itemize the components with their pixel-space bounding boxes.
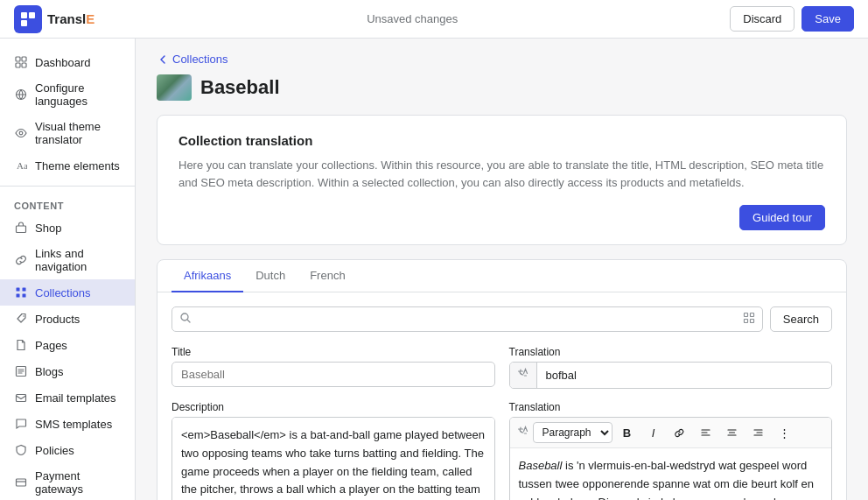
paragraph-select[interactable]: Paragraph xyxy=(533,422,612,443)
tab-afrikaans[interactable]: Afrikaans xyxy=(172,260,243,292)
content-area: Collections Baseball Collection translat… xyxy=(136,39,868,500)
sidebar-item-collections[interactable]: Collections xyxy=(0,279,135,306)
breadcrumb[interactable]: Collections xyxy=(157,53,847,66)
svg-rect-5 xyxy=(16,63,20,67)
title-field-group: Title xyxy=(172,346,495,389)
payment-icon xyxy=(14,475,28,489)
sidebar-item-label: Products xyxy=(35,313,80,326)
description-label: Description xyxy=(172,401,495,413)
sidebar-item-products[interactable]: Products xyxy=(0,306,135,332)
more-options-button[interactable]: ⋮ xyxy=(774,421,796,444)
sidebar-item-payment-gateways[interactable]: Payment gateways xyxy=(0,463,135,500)
link-icon xyxy=(14,253,28,267)
sidebar-item-dashboard[interactable]: Dashboard xyxy=(0,49,135,75)
sidebar-item-configure-languages[interactable]: Configure languages xyxy=(0,75,135,114)
svg-rect-25 xyxy=(744,320,747,323)
sidebar-item-visual-theme[interactable]: Visual theme translator xyxy=(0,114,135,152)
logo: TranslE xyxy=(14,5,94,33)
description-field-row: Description <em>Baseball</em> is a bat-a… xyxy=(172,401,832,500)
sidebar-item-policies[interactable]: Policies xyxy=(0,437,135,463)
sidebar-item-links-navigation[interactable]: Links and navigation xyxy=(0,241,135,279)
svg-rect-24 xyxy=(750,313,753,317)
title-input[interactable] xyxy=(172,362,495,387)
svg-point-8 xyxy=(19,131,23,135)
unsaved-changes-label: Unsaved changes xyxy=(367,12,458,25)
search-row: Search xyxy=(172,306,832,332)
description-field-group: Description <em>Baseball</em> is a bat-a… xyxy=(172,401,495,500)
sidebar-item-shop[interactable]: Shop xyxy=(0,215,135,241)
sidebar-item-label: Payment gateways xyxy=(35,469,121,496)
page-title: Baseball xyxy=(200,76,280,99)
svg-rect-18 xyxy=(17,479,26,486)
description-translation-content[interactable]: Baseball is 'n vlermuis-en-bal-wedstryd … xyxy=(510,448,832,500)
blog-icon xyxy=(14,364,28,378)
svg-rect-12 xyxy=(23,288,26,292)
mail-icon xyxy=(14,391,28,405)
search-wrapper xyxy=(172,306,763,332)
svg-point-15 xyxy=(23,315,24,317)
svg-rect-10 xyxy=(17,226,26,233)
sidebar-item-label: Shop xyxy=(35,222,61,235)
page-header: Baseball xyxy=(157,74,847,101)
svg-rect-23 xyxy=(744,313,747,317)
svg-rect-13 xyxy=(17,294,20,298)
align-center-button[interactable] xyxy=(721,421,744,444)
sidebar-item-email-templates[interactable]: Email templates xyxy=(0,384,135,411)
title-translation-input[interactable] xyxy=(537,363,832,387)
tab-french[interactable]: French xyxy=(298,260,357,292)
shield-icon xyxy=(14,443,28,457)
sms-icon xyxy=(14,417,28,431)
search-icon xyxy=(179,312,192,327)
description-textarea[interactable]: <em>Baseball</em> is a bat-and-ball game… xyxy=(172,417,495,500)
collection-thumbnail xyxy=(157,74,192,101)
italic-button[interactable]: I xyxy=(642,421,665,444)
sidebar-item-theme-elements[interactable]: Aa Theme elements xyxy=(0,152,135,179)
shop-icon xyxy=(14,221,28,235)
guided-tour-button[interactable]: Guided tour xyxy=(739,205,825,230)
title-translation-wrapper xyxy=(509,362,833,389)
logo-icon xyxy=(14,5,42,33)
title-translation-label: Translation xyxy=(509,346,833,358)
svg-rect-11 xyxy=(17,288,20,292)
info-card: Collection translation Here you can tran… xyxy=(157,115,847,245)
sidebar-item-sms-templates[interactable]: SMS templates xyxy=(0,411,135,437)
file-icon xyxy=(14,338,28,352)
sidebar: Dashboard Configure languages Visual the… xyxy=(0,39,136,500)
content-section-label: CONTENT xyxy=(0,194,135,215)
sidebar-item-label: Links and navigation xyxy=(35,247,121,273)
title-translation-group: Translation xyxy=(509,346,833,389)
search-button[interactable]: Search xyxy=(770,306,832,332)
align-left-button[interactable] xyxy=(695,421,718,444)
sidebar-item-label: Dashboard xyxy=(35,56,91,69)
svg-rect-0 xyxy=(21,12,27,18)
link-button[interactable] xyxy=(668,421,691,444)
breadcrumb-label: Collections xyxy=(172,53,228,66)
align-right-button[interactable] xyxy=(747,421,770,444)
tabs-container: Afrikaans Dutch French xyxy=(157,259,847,500)
bold-button[interactable]: B xyxy=(616,421,639,444)
logo-text: TranslE xyxy=(47,11,94,26)
sidebar-item-label: SMS templates xyxy=(35,418,112,431)
globe-icon xyxy=(14,88,28,102)
svg-rect-4 xyxy=(22,57,26,61)
sidebar-item-label: Policies xyxy=(35,444,74,457)
save-button[interactable]: Save xyxy=(802,6,854,32)
discard-button[interactable]: Discard xyxy=(730,6,794,32)
tab-dutch[interactable]: Dutch xyxy=(243,260,298,292)
description-translation-box: Paragraph B I xyxy=(509,417,833,500)
search-input[interactable] xyxy=(192,307,743,331)
sidebar-item-blogs[interactable]: Blogs xyxy=(0,358,135,384)
sidebar-item-label: Configure languages xyxy=(35,81,121,108)
svg-rect-2 xyxy=(21,20,27,26)
tab-content: Search Title Translation xyxy=(158,292,846,500)
description-translation-group: Translation Paragraph B xyxy=(509,401,833,500)
translation-icon-prefix xyxy=(517,426,529,440)
translation-toolbar: Paragraph B I xyxy=(510,418,832,448)
sidebar-item-label: Visual theme translator xyxy=(35,120,121,146)
description-translation-label: Translation xyxy=(509,401,833,413)
sidebar-item-pages[interactable]: Pages xyxy=(0,332,135,358)
svg-rect-1 xyxy=(29,12,35,18)
svg-rect-14 xyxy=(23,294,26,298)
grid-view-icon[interactable] xyxy=(743,312,755,327)
svg-text:Aa: Aa xyxy=(17,160,27,171)
